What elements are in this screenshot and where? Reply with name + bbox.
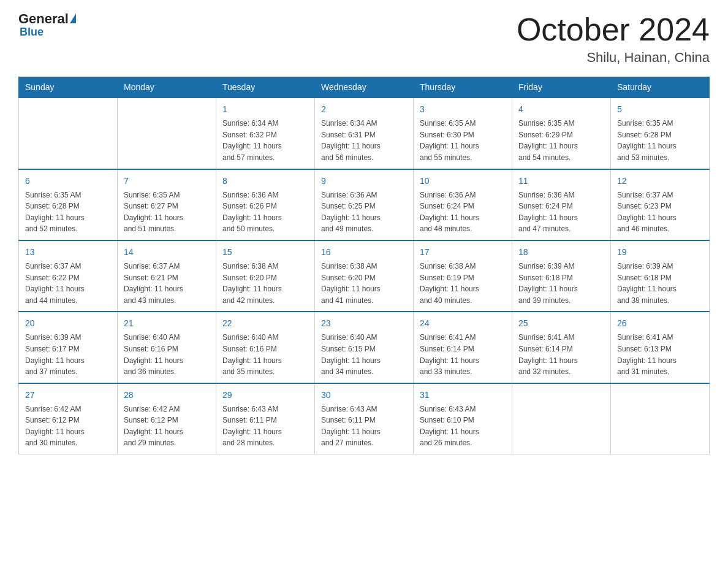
day-info: Sunrise: 6:36 AMSunset: 6:25 PMDaylight:… bbox=[321, 190, 407, 235]
calendar-header-row: Sunday Monday Tuesday Wednesday Thursday… bbox=[19, 77, 710, 98]
day-number: 18 bbox=[518, 246, 604, 259]
day-info: Sunrise: 6:35 AMSunset: 6:28 PMDaylight:… bbox=[617, 118, 703, 163]
calendar-cell: 28Sunrise: 6:42 AMSunset: 6:12 PMDayligh… bbox=[118, 383, 216, 454]
day-number: 14 bbox=[124, 246, 210, 259]
calendar-cell: 1Sunrise: 6:34 AMSunset: 6:32 PMDaylight… bbox=[216, 98, 315, 169]
day-info: Sunrise: 6:37 AMSunset: 6:22 PMDaylight:… bbox=[25, 261, 111, 306]
day-info: Sunrise: 6:39 AMSunset: 6:18 PMDaylight:… bbox=[518, 261, 604, 306]
day-info: Sunrise: 6:38 AMSunset: 6:19 PMDaylight:… bbox=[420, 261, 506, 306]
calendar-cell: 12Sunrise: 6:37 AMSunset: 6:23 PMDayligh… bbox=[611, 169, 710, 240]
day-number: 30 bbox=[321, 389, 407, 402]
col-sunday: Sunday bbox=[19, 77, 118, 98]
day-info: Sunrise: 6:40 AMSunset: 6:16 PMDaylight:… bbox=[124, 332, 210, 377]
col-thursday: Thursday bbox=[414, 77, 512, 98]
calendar-cell: 3Sunrise: 6:35 AMSunset: 6:30 PMDaylight… bbox=[414, 98, 512, 169]
calendar-cell bbox=[118, 98, 216, 169]
col-friday: Friday bbox=[512, 77, 611, 98]
day-info: Sunrise: 6:36 AMSunset: 6:24 PMDaylight:… bbox=[518, 190, 604, 235]
day-info: Sunrise: 6:39 AMSunset: 6:17 PMDaylight:… bbox=[25, 332, 111, 377]
calendar-cell: 29Sunrise: 6:43 AMSunset: 6:11 PMDayligh… bbox=[216, 383, 315, 454]
day-number: 28 bbox=[124, 389, 210, 402]
day-info: Sunrise: 6:42 AMSunset: 6:12 PMDaylight:… bbox=[124, 404, 210, 449]
day-number: 2 bbox=[321, 103, 407, 116]
day-info: Sunrise: 6:41 AMSunset: 6:14 PMDaylight:… bbox=[420, 332, 506, 377]
day-number: 19 bbox=[617, 246, 703, 259]
calendar-cell bbox=[512, 383, 611, 454]
day-info: Sunrise: 6:40 AMSunset: 6:16 PMDaylight:… bbox=[222, 332, 308, 377]
day-number: 27 bbox=[25, 389, 111, 402]
logo-triangle-icon bbox=[70, 13, 76, 23]
day-info: Sunrise: 6:41 AMSunset: 6:13 PMDaylight:… bbox=[617, 332, 703, 377]
week-row-5: 27Sunrise: 6:42 AMSunset: 6:12 PMDayligh… bbox=[19, 383, 710, 454]
calendar-cell: 5Sunrise: 6:35 AMSunset: 6:28 PMDaylight… bbox=[611, 98, 710, 169]
day-info: Sunrise: 6:43 AMSunset: 6:11 PMDaylight:… bbox=[222, 404, 308, 449]
day-number: 6 bbox=[25, 175, 111, 188]
day-number: 23 bbox=[321, 317, 407, 330]
col-tuesday: Tuesday bbox=[216, 77, 315, 98]
calendar-cell: 8Sunrise: 6:36 AMSunset: 6:26 PMDaylight… bbox=[216, 169, 315, 240]
day-number: 10 bbox=[420, 175, 506, 188]
calendar-cell bbox=[611, 383, 710, 454]
title-block: October 2024 Shilu, Hainan, China bbox=[517, 12, 710, 66]
day-info: Sunrise: 6:34 AMSunset: 6:31 PMDaylight:… bbox=[321, 118, 407, 163]
calendar-cell: 4Sunrise: 6:35 AMSunset: 6:29 PMDaylight… bbox=[512, 98, 611, 169]
calendar-cell: 19Sunrise: 6:39 AMSunset: 6:18 PMDayligh… bbox=[611, 240, 710, 312]
calendar-cell: 15Sunrise: 6:38 AMSunset: 6:20 PMDayligh… bbox=[216, 240, 315, 312]
calendar-cell: 25Sunrise: 6:41 AMSunset: 6:14 PMDayligh… bbox=[512, 312, 611, 383]
week-row-1: 1Sunrise: 6:34 AMSunset: 6:32 PMDaylight… bbox=[19, 98, 710, 169]
day-number: 8 bbox=[222, 175, 308, 188]
logo-blue-text: Blue bbox=[20, 26, 44, 39]
calendar-cell: 7Sunrise: 6:35 AMSunset: 6:27 PMDaylight… bbox=[118, 169, 216, 240]
calendar-cell: 16Sunrise: 6:38 AMSunset: 6:20 PMDayligh… bbox=[315, 240, 414, 312]
calendar-cell: 9Sunrise: 6:36 AMSunset: 6:25 PMDaylight… bbox=[315, 169, 414, 240]
day-number: 21 bbox=[124, 317, 210, 330]
calendar-table: Sunday Monday Tuesday Wednesday Thursday… bbox=[18, 77, 710, 454]
calendar-cell: 17Sunrise: 6:38 AMSunset: 6:19 PMDayligh… bbox=[414, 240, 512, 312]
week-row-3: 13Sunrise: 6:37 AMSunset: 6:22 PMDayligh… bbox=[19, 240, 710, 312]
calendar-cell: 30Sunrise: 6:43 AMSunset: 6:11 PMDayligh… bbox=[315, 383, 414, 454]
calendar-cell: 14Sunrise: 6:37 AMSunset: 6:21 PMDayligh… bbox=[118, 240, 216, 312]
week-row-4: 20Sunrise: 6:39 AMSunset: 6:17 PMDayligh… bbox=[19, 312, 710, 383]
calendar-title: October 2024 bbox=[517, 12, 710, 47]
day-number: 26 bbox=[617, 317, 703, 330]
day-info: Sunrise: 6:36 AMSunset: 6:24 PMDaylight:… bbox=[420, 190, 506, 235]
day-info: Sunrise: 6:43 AMSunset: 6:10 PMDaylight:… bbox=[420, 404, 506, 449]
day-number: 11 bbox=[518, 175, 604, 188]
col-monday: Monday bbox=[118, 77, 216, 98]
day-info: Sunrise: 6:35 AMSunset: 6:30 PMDaylight:… bbox=[420, 118, 506, 163]
day-number: 25 bbox=[518, 317, 604, 330]
calendar-cell: 2Sunrise: 6:34 AMSunset: 6:31 PMDaylight… bbox=[315, 98, 414, 169]
day-number: 24 bbox=[420, 317, 506, 330]
day-info: Sunrise: 6:38 AMSunset: 6:20 PMDaylight:… bbox=[222, 261, 308, 306]
day-info: Sunrise: 6:34 AMSunset: 6:32 PMDaylight:… bbox=[222, 118, 308, 163]
day-info: Sunrise: 6:35 AMSunset: 6:27 PMDaylight:… bbox=[124, 190, 210, 235]
calendar-cell: 26Sunrise: 6:41 AMSunset: 6:13 PMDayligh… bbox=[611, 312, 710, 383]
col-wednesday: Wednesday bbox=[315, 77, 414, 98]
calendar-cell: 18Sunrise: 6:39 AMSunset: 6:18 PMDayligh… bbox=[512, 240, 611, 312]
day-info: Sunrise: 6:41 AMSunset: 6:14 PMDaylight:… bbox=[518, 332, 604, 377]
col-saturday: Saturday bbox=[611, 77, 710, 98]
logo-general-text: General bbox=[18, 12, 69, 26]
day-number: 5 bbox=[617, 103, 703, 116]
day-number: 17 bbox=[420, 246, 506, 259]
day-info: Sunrise: 6:35 AMSunset: 6:29 PMDaylight:… bbox=[518, 118, 604, 163]
week-row-2: 6Sunrise: 6:35 AMSunset: 6:28 PMDaylight… bbox=[19, 169, 710, 240]
day-info: Sunrise: 6:37 AMSunset: 6:21 PMDaylight:… bbox=[124, 261, 210, 306]
day-info: Sunrise: 6:37 AMSunset: 6:23 PMDaylight:… bbox=[617, 190, 703, 235]
calendar-cell: 13Sunrise: 6:37 AMSunset: 6:22 PMDayligh… bbox=[19, 240, 118, 312]
calendar-cell: 27Sunrise: 6:42 AMSunset: 6:12 PMDayligh… bbox=[19, 383, 118, 454]
day-info: Sunrise: 6:43 AMSunset: 6:11 PMDaylight:… bbox=[321, 404, 407, 449]
logo: General Blue bbox=[18, 12, 76, 39]
calendar-cell: 24Sunrise: 6:41 AMSunset: 6:14 PMDayligh… bbox=[414, 312, 512, 383]
day-number: 22 bbox=[222, 317, 308, 330]
day-number: 31 bbox=[420, 389, 506, 402]
day-number: 4 bbox=[518, 103, 604, 116]
day-number: 12 bbox=[617, 175, 703, 188]
calendar-cell: 6Sunrise: 6:35 AMSunset: 6:28 PMDaylight… bbox=[19, 169, 118, 240]
day-number: 7 bbox=[124, 175, 210, 188]
day-number: 20 bbox=[25, 317, 111, 330]
calendar-cell: 23Sunrise: 6:40 AMSunset: 6:15 PMDayligh… bbox=[315, 312, 414, 383]
page-header: General Blue October 2024 Shilu, Hainan,… bbox=[18, 12, 710, 66]
day-number: 29 bbox=[222, 389, 308, 402]
calendar-cell: 20Sunrise: 6:39 AMSunset: 6:17 PMDayligh… bbox=[19, 312, 118, 383]
